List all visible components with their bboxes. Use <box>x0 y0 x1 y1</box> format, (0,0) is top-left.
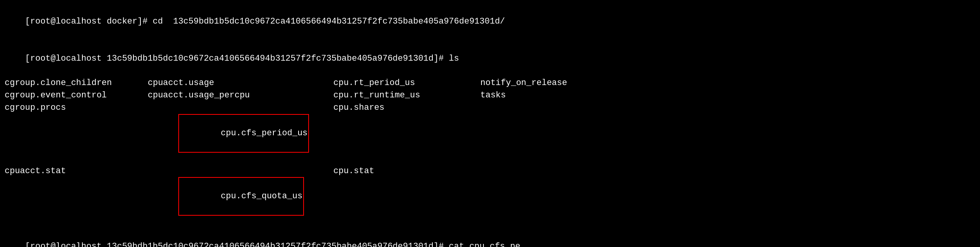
ls-output-row4: cpuacct.stat cpu.cfs_quota_us cpu.stat <box>5 165 975 228</box>
ls-col1-row3: cgroup.procs <box>5 102 148 165</box>
ls-col4-row2: tasks <box>480 89 975 102</box>
ls-output-row1: cgroup.clone_children cpuacct.usage cpu.… <box>5 77 975 89</box>
ls-output-row2: cgroup.event_control cpuacct.usage_percp… <box>5 89 975 102</box>
ls-col1-row1: cgroup.clone_children <box>5 77 148 89</box>
ls-col2-row2: cpuacct.usage_percpu <box>148 89 333 102</box>
terminal: [root@localhost docker]# cd 13c59bdb1b5d… <box>5 3 975 247</box>
ls-col3-row1: cpu.rt_period_us <box>333 77 480 89</box>
terminal-line-cd: [root@localhost docker]# cd 13c59bdb1b5d… <box>5 3 975 40</box>
ls-col4-row4 <box>480 165 975 228</box>
ls-col3-row2: cpu.rt_runtime_us <box>333 89 480 102</box>
ls-col1-row2: cgroup.event_control <box>5 89 148 102</box>
ls-col4-row1: notify_on_release <box>480 77 975 89</box>
ls-col1-row4: cpuacct.stat <box>5 165 148 228</box>
ls-output-row3: cgroup.procs cpu.cfs_period_us cpu.share… <box>5 102 975 165</box>
ls-col4-row3 <box>480 102 975 165</box>
terminal-line-ls: [root@localhost 13c59bdb1b5dc10c9672ca41… <box>5 40 975 77</box>
cat-period-cmd-line: [root@localhost 13c59bdb1b5dc10c9672ca41… <box>5 228 975 247</box>
highlight-cfs-quota: cpu.cfs_quota_us <box>178 177 304 216</box>
highlight-cfs-period: cpu.cfs_period_us <box>178 114 309 153</box>
ls-col2-row4: cpu.cfs_quota_us <box>148 165 333 228</box>
ls-col3-row4: cpu.stat <box>333 165 480 228</box>
cat-period-cmd: [root@localhost 13c59bdb1b5dc10c9672ca41… <box>25 242 521 247</box>
ls-command: [root@localhost 13c59bdb1b5dc10c9672ca41… <box>25 54 459 63</box>
ls-col2-row1: cpuacct.usage <box>148 77 333 89</box>
cd-command: [root@localhost docker]# cd 13c59bdb1b5d… <box>25 17 505 26</box>
ls-col2-row3: cpu.cfs_period_us <box>148 102 333 165</box>
ls-col3-row3: cpu.shares <box>333 102 480 165</box>
